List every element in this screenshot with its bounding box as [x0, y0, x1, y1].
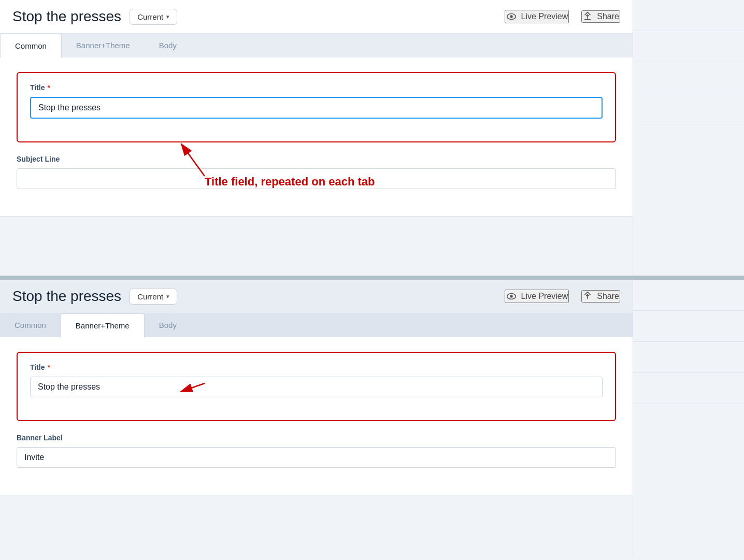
top-header: Stop the presses Current ▾ Live Preview [0, 0, 633, 34]
top-share-label: Share [597, 12, 619, 21]
top-title-input[interactable] [30, 97, 603, 119]
top-section-inner: Stop the presses Current ▾ Live Preview [0, 0, 744, 276]
top-tab-banner-theme[interactable]: Banner+Theme [62, 34, 145, 58]
bottom-tab-banner-theme[interactable]: Banner+Theme [61, 313, 145, 338]
bottom-version-label: Current [137, 292, 163, 301]
bottom-banner-label-label: Banner Label [17, 434, 616, 442]
top-version-label: Current [137, 12, 163, 21]
top-sidebar-item-2 [633, 31, 744, 62]
top-share-icon [582, 11, 593, 22]
top-header-right: Live Preview Share [505, 10, 620, 23]
bottom-live-preview-button[interactable]: Live Preview [505, 290, 569, 303]
bottom-section: Stop the presses Current ▾ Live Preview [0, 280, 744, 556]
bottom-header-right: Live Preview Share [505, 290, 620, 303]
top-form-area: Stop the presses Current ▾ Live Preview [0, 0, 633, 276]
top-eye-icon [506, 11, 517, 22]
top-version-chevron-icon: ▾ [166, 13, 169, 20]
top-title-label: Title * [30, 83, 603, 92]
top-sidebar-item-4 [633, 93, 744, 124]
bottom-panel-content: Title * Banner Label [0, 337, 633, 495]
top-sidebar-item-3 [633, 62, 744, 93]
bottom-share-label: Share [597, 292, 619, 301]
bottom-sidebar-item-3 [633, 342, 744, 373]
bottom-section-inner: Stop the presses Current ▾ Live Preview [0, 280, 744, 556]
bottom-sidebar-item-4 [633, 373, 744, 404]
svg-point-5 [510, 295, 513, 298]
bottom-tabs-bar: Common Banner+Theme Body [0, 313, 633, 337]
top-live-preview-label: Live Preview [521, 12, 568, 21]
bottom-version-dropdown[interactable]: Current ▾ [130, 289, 177, 305]
bottom-header: Stop the presses Current ▾ Live Preview [0, 280, 633, 313]
bottom-title-required-star: * [48, 363, 50, 371]
top-tab-common[interactable]: Common [0, 34, 62, 58]
bottom-banner-label-input[interactable] [17, 447, 616, 468]
bottom-eye-icon [506, 291, 517, 302]
bottom-title-label: Title * [30, 363, 603, 371]
bottom-banner-label-field-group: Banner Label [17, 434, 616, 468]
bottom-title-annotation-box: Title * [17, 352, 616, 421]
annotation-text: Title field, repeated on each tab [205, 175, 375, 189]
top-panel-content: Title * Subject Line [0, 58, 633, 217]
top-page-title: Stop the presses [12, 8, 121, 25]
top-subject-line-label: Subject Line [17, 155, 616, 163]
top-title-annotation-box: Title * [17, 72, 616, 142]
bottom-live-preview-label: Live Preview [521, 292, 568, 301]
bottom-tab-body[interactable]: Body [145, 313, 191, 337]
top-live-preview-button[interactable]: Live Preview [505, 10, 569, 23]
svg-point-1 [510, 15, 513, 18]
top-sidebar-item-1 [633, 0, 744, 31]
top-title-field-group: Title * [30, 83, 603, 119]
bottom-sidebar-item-1 [633, 280, 744, 311]
top-right-sidebar [633, 0, 744, 276]
bottom-tab-common[interactable]: Common [0, 313, 61, 337]
bottom-sidebar-item-2 [633, 311, 744, 342]
page-wrapper: Stop the presses Current ▾ Live Preview [0, 0, 744, 560]
top-tabs-bar: Common Banner+Theme Body [0, 34, 633, 58]
top-share-button[interactable]: Share [581, 10, 620, 23]
bottom-title-field-group: Title * [30, 363, 603, 397]
top-title-required-star: * [48, 83, 50, 92]
bottom-share-button[interactable]: Share [581, 290, 620, 303]
bottom-right-sidebar [633, 280, 744, 556]
bottom-share-icon [582, 291, 593, 301]
top-version-dropdown[interactable]: Current ▾ [130, 9, 177, 25]
bottom-form-area: Stop the presses Current ▾ Live Preview [0, 280, 633, 556]
bottom-title-input[interactable] [30, 377, 603, 397]
top-tab-body[interactable]: Body [145, 34, 191, 58]
bottom-page-title: Stop the presses [12, 288, 121, 305]
bottom-version-chevron-icon: ▾ [166, 293, 169, 300]
top-section: Stop the presses Current ▾ Live Preview [0, 0, 744, 280]
